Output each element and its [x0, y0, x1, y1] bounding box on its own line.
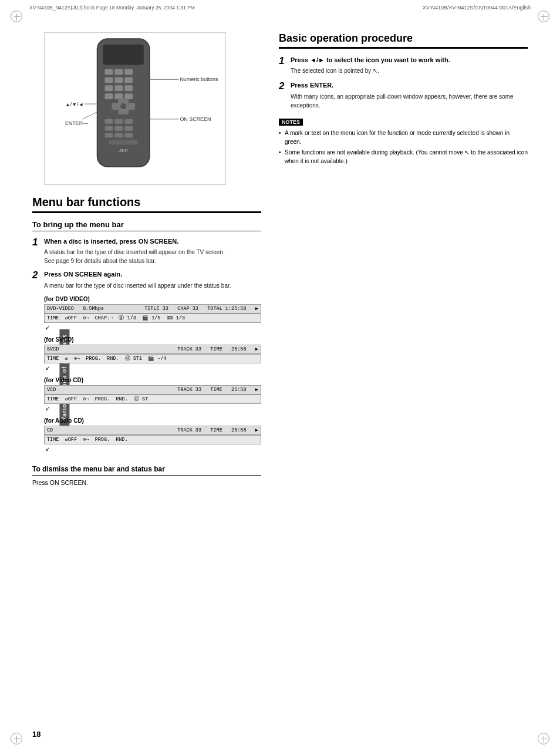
- svg-rect-22: [124, 126, 133, 131]
- dvd-top-left: DVD-VIDEO 8.5Mbps: [47, 306, 104, 312]
- dvd-top-right: TITLE 33 CHAP 33 TOTAL 1:25:58 ▶: [144, 305, 258, 312]
- notes-list: A mark or text on the menu icon for the …: [279, 129, 528, 166]
- corner-tr: [538, 11, 549, 22]
- vcd-strip-wrapper: (for Video CD) VCD TRACK 33 TIME 25:58 ▶…: [44, 377, 261, 412]
- acd-strip-wrapper: (for Audio CD) CD TRACK 33 TIME 25:58 ▶ …: [44, 417, 261, 452]
- right-step-1: 1 Press ◄/► to select the icon you want …: [279, 56, 528, 75]
- dvd-strip-wrapper: (for DVD VIDEO) DVD-VIDEO 8.5Mbps TITLE …: [44, 296, 261, 331]
- left-step2-title: Press ON SCREEN again.: [44, 270, 261, 279]
- dvd-bot-strip: TIME ↺OFF ⊙→ CHAP.→ ⓓ 1/3 🎬 1/5 📼 1/3: [44, 314, 261, 323]
- dvd-cursor: ↙: [45, 324, 261, 331]
- page-header: XV-N410B_N412S(JUJ).book Page 18 Monday,…: [29, 5, 531, 11]
- vcd-top-left: VCD: [47, 387, 56, 393]
- right-column: Basic operation procedure 1 Press ◄/► to…: [279, 32, 528, 167]
- svg-text:ON SCREEN: ON SCREEN: [180, 116, 211, 122]
- acd-cursor: ↙: [45, 446, 261, 452]
- dismiss-desc: Press ON SCREEN.: [32, 479, 261, 486]
- svcd-strip-wrapper: (for SVCD) SVCD TRACK 33 TIME 25:58 ▶ TI…: [44, 336, 261, 371]
- svg-rect-25: [124, 133, 133, 138]
- svcd-top-left: SVCD: [47, 346, 59, 352]
- left-step1-content: When a disc is inserted, press ON SCREEN…: [44, 237, 261, 265]
- subsection-bring-up: To bring up the menu bar: [32, 220, 261, 231]
- left-step2-content: Press ON SCREEN again. A menu bar for th…: [44, 270, 261, 455]
- left-step1-num: 1: [32, 237, 41, 247]
- svg-rect-9: [114, 85, 123, 91]
- svcd-top-right: TRACK 33 TIME 25:58 ▶: [177, 346, 258, 352]
- right-step1-title: Press ◄/► to select the icon you want to…: [291, 56, 528, 65]
- left-step-1: 1 When a disc is inserted, press ON SCRE…: [32, 237, 261, 265]
- svg-rect-7: [124, 77, 133, 83]
- corner-bl: [11, 733, 22, 744]
- right-step-2: 2 Press ENTER. With many icons, an appro…: [279, 81, 528, 109]
- svg-text:Numeric buttons: Numeric buttons: [180, 76, 218, 82]
- svg-rect-26: [109, 140, 138, 145]
- right-step2-num: 2: [279, 81, 287, 91]
- svg-rect-10: [124, 85, 133, 91]
- acd-top-strip: CD TRACK 33 TIME 25:58 ▶: [44, 426, 261, 435]
- svcd-label: (for SVCD): [44, 336, 261, 343]
- corner-br: [538, 733, 549, 744]
- header-file: XV-N410B_N412S(JUJ).book Page 18 Monday,…: [29, 5, 195, 11]
- svg-rect-20: [104, 126, 113, 131]
- left-column: JVC Numeric buttons ENTER— ▲/▼/◄ ON SCRE…: [32, 32, 261, 486]
- svg-rect-3: [114, 69, 123, 75]
- svcd-bot-content: TIME ↺ ⊙→ PROG. RND. ⓓ ST1 🎬 -/4: [47, 355, 167, 362]
- right-step1-content: Press ◄/► to select the icon you want to…: [291, 56, 528, 75]
- right-step1-desc: The selected icon is pointed by ↖.: [291, 66, 528, 75]
- section-title: Menu bar functions: [32, 196, 261, 213]
- svg-rect-2: [104, 69, 113, 75]
- dismiss-title: To dismiss the menu bar and status bar: [32, 465, 261, 476]
- left-step1-desc: A status bar for the type of disc insert…: [44, 248, 261, 265]
- left-step2-desc: A menu bar for the type of disc inserted…: [44, 281, 261, 290]
- right-step2-content: Press ENTER. With many icons, an appropr…: [291, 81, 528, 109]
- vcd-bot-content: TIME ↺OFF ⊙→ PROG. RND. ⓓ ST: [47, 396, 148, 403]
- svg-text:▲/▼/◄: ▲/▼/◄: [65, 102, 83, 107]
- note-1: A mark or text on the menu icon for the …: [279, 129, 528, 146]
- vcd-bot-strip: TIME ↺OFF ⊙→ PROG. RND. ⓓ ST: [44, 395, 261, 404]
- svg-rect-5: [104, 77, 113, 83]
- dvd-top-strip: DVD-VIDEO 8.5Mbps TITLE 33 CHAP 33 TOTAL…: [44, 304, 261, 314]
- svg-rect-19: [124, 119, 133, 124]
- note-2: Some functions are not available during …: [279, 148, 528, 166]
- svcd-top-strip: SVCD TRACK 33 TIME 25:58 ▶: [44, 345, 261, 354]
- svg-rect-23: [104, 133, 113, 138]
- right-step2-title: Press ENTER.: [291, 81, 528, 90]
- notes-label: NOTES: [279, 119, 303, 126]
- right-step2-desc: With many icons, an appropriate pull-dow…: [291, 92, 528, 110]
- svg-rect-24: [114, 133, 123, 138]
- svg-rect-8: [104, 85, 113, 91]
- acd-top-left: CD: [47, 427, 53, 433]
- svg-rect-17: [104, 119, 113, 124]
- svg-rect-6: [114, 77, 123, 83]
- svg-rect-4: [124, 69, 133, 75]
- vcd-top-strip: VCD TRACK 33 TIME 25:58 ▶: [44, 385, 261, 395]
- main-content: JVC Numeric buttons ENTER— ▲/▼/◄ ON SCRE…: [32, 32, 528, 723]
- svcd-cursor: ↙: [45, 365, 261, 371]
- svg-rect-21: [114, 126, 123, 131]
- basic-op-title: Basic operation procedure: [279, 32, 528, 49]
- remote-image: JVC Numeric buttons ENTER— ▲/▼/◄ ON SCRE…: [44, 32, 226, 185]
- left-step-2: 2 Press ON SCREEN again. A menu bar for …: [32, 270, 261, 455]
- notes-box: NOTES A mark or text on the menu icon fo…: [279, 118, 528, 166]
- acd-top-right: TRACK 33 TIME 25:58 ▶: [177, 427, 258, 433]
- right-step1-num: 1: [279, 56, 287, 66]
- acd-bot-content: TIME ↺OFF ⊙→ PROG. RND.: [47, 436, 128, 443]
- dvd-label: (for DVD VIDEO): [44, 296, 261, 302]
- svg-rect-18: [114, 119, 123, 124]
- corner-tl: [11, 11, 22, 22]
- vcd-label: (for Video CD): [44, 377, 261, 383]
- page-number: 18: [32, 730, 41, 739]
- svcd-bot-strip: TIME ↺ ⊙→ PROG. RND. ⓓ ST1 🎬 -/4: [44, 354, 261, 363]
- svg-point-16: [120, 103, 127, 110]
- acd-bot-strip: TIME ↺OFF ⊙→ PROG. RND.: [44, 435, 261, 444]
- svg-rect-11: [104, 93, 113, 99]
- svg-text:JVC: JVC: [119, 148, 128, 153]
- acd-label: (for Audio CD): [44, 417, 261, 424]
- left-step2-num: 2: [32, 270, 41, 280]
- vcd-top-right: TRACK 33 TIME 25:58 ▶: [177, 386, 258, 393]
- svg-text:ENTER—: ENTER—: [65, 120, 88, 126]
- svg-rect-1: [103, 45, 143, 65]
- left-step1-title: When a disc is inserted, press ON SCREEN…: [44, 237, 261, 246]
- header-title: XV-N410B/XV-N412S/GNT0044-001A/English: [423, 5, 531, 11]
- dvd-bot-content: TIME ↺OFF ⊙→ CHAP.→ ⓓ 1/3 🎬 1/5 📼 1/3: [47, 315, 185, 322]
